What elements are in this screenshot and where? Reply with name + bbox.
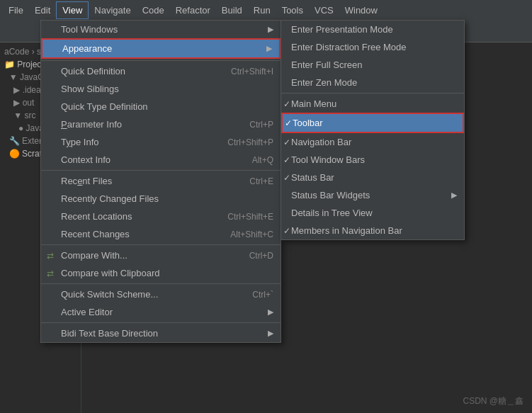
appearance-arrow: ▶ — [266, 44, 272, 53]
menu-vcs[interactable]: VCS — [309, 2, 339, 18]
recent-files-shortcut: Ctrl+E — [249, 176, 273, 186]
presentation-label: Enter Presentation Mode — [291, 24, 393, 35]
quick-switch-label: Quick Switch Scheme... — [61, 289, 158, 300]
separator-5 — [41, 322, 281, 323]
appearance-presentation[interactable]: Enter Presentation Mode — [281, 21, 464, 38]
zen-mode-label: Enter Zen Mode — [291, 77, 357, 88]
quick-type-def-label: Quick Type Definition — [61, 101, 148, 112]
view-compare-clipboard[interactable]: ⇄ Compare with Clipboard — [41, 264, 281, 282]
nav-bar-label: Navigation Bar — [291, 137, 351, 147]
type-info-shortcut: Ctrl+Shift+P — [227, 137, 273, 147]
tool-windows-label: Tool Windows — [61, 24, 118, 35]
main-menu-label: Main Menu — [291, 98, 336, 109]
appearance-status-bar-widgets[interactable]: Status Bar Widgets ▶ — [281, 186, 464, 204]
quick-switch-shortcut: Ctrl+` — [252, 290, 273, 300]
menu-file[interactable]: File — [3, 2, 29, 18]
separator-2 — [41, 170, 281, 171]
separator-1 — [41, 60, 281, 61]
menu-bar: File Edit View Navigate Code Refactor Bu… — [0, 0, 532, 20]
recent-changes-label: Recent Changes — [61, 229, 130, 239]
context-info-label: Context Info — [61, 154, 111, 165]
view-recent-files[interactable]: Recent Files Ctrl+E — [41, 172, 281, 190]
tool-window-bars-label: Tool Window Bars — [291, 154, 365, 165]
quick-def-shortcut: Ctrl+Shift+I — [231, 67, 273, 77]
compare-clipboard-icon: ⇄ — [47, 268, 54, 278]
active-editor-label: Active Editor — [61, 307, 113, 317]
recent-changes-shortcut: Alt+Shift+C — [230, 230, 273, 239]
appearance-main-menu[interactable]: Main Menu — [281, 95, 464, 113]
appearance-distraction-free[interactable]: Enter Distraction Free Mode — [281, 38, 464, 56]
menu-build[interactable]: Build — [216, 2, 248, 18]
appearance-label: Appearance — [62, 43, 112, 54]
param-info-shortcut: Ctrl+P — [249, 120, 273, 130]
compare-with-label: Compare With... — [61, 250, 128, 261]
separator-4 — [41, 283, 281, 284]
appearance-full-screen[interactable]: Enter Full Screen — [281, 56, 464, 74]
tool-windows-arrow: ▶ — [268, 25, 273, 34]
view-context-info[interactable]: Context Info Alt+Q — [41, 151, 281, 169]
compare-icon: ⇄ — [47, 251, 54, 261]
bidi-text-label: Bidi Text Base Direction — [61, 328, 158, 339]
view-bidi-text[interactable]: Bidi Text Base Direction ▶ — [41, 324, 281, 342]
menu-refactor[interactable]: Refactor — [170, 2, 216, 18]
details-tree-label: Details in Tree View — [291, 208, 373, 218]
view-quick-switch[interactable]: Quick Switch Scheme... Ctrl+` — [41, 285, 281, 303]
appearance-submenu: Enter Presentation Mode Enter Distractio… — [281, 20, 465, 240]
distraction-free-label: Enter Distraction Free Mode — [291, 42, 407, 52]
recently-changed-label: Recently Changed Files — [61, 193, 159, 204]
appearance-nav-bar[interactable]: Navigation Bar — [281, 133, 464, 151]
appearance-details-tree[interactable]: Details in Tree View — [281, 204, 464, 222]
context-info-shortcut: Alt+Q — [252, 155, 273, 165]
view-dropdown: Tool Windows ▶ Appearance ▶ Quick Defini… — [40, 20, 281, 343]
watermark: CSDN @糖＿鑫 — [463, 395, 523, 407]
view-param-info[interactable]: Parameter Info Ctrl+P — [41, 115, 281, 133]
status-bar-label: Status Bar — [291, 172, 334, 183]
view-recent-locations[interactable]: Recent Locations Ctrl+Shift+E — [41, 208, 281, 225]
appearance-status-bar[interactable]: Status Bar — [281, 169, 464, 186]
recent-files-label: Recent Files — [61, 176, 112, 186]
status-bar-widgets-label: Status Bar Widgets — [291, 190, 370, 200]
view-quick-def[interactable]: Quick Definition Ctrl+Shift+I — [41, 62, 281, 80]
recent-locations-label: Recent Locations — [61, 211, 132, 222]
appearance-members-nav[interactable]: Members in Navigation Bar — [281, 222, 464, 239]
quick-def-label: Quick Definition — [61, 66, 125, 77]
menu-window[interactable]: Window — [339, 2, 383, 18]
full-screen-label: Enter Full Screen — [291, 60, 362, 70]
compare-with-shortcut: Ctrl+D — [249, 251, 273, 261]
appearance-separator-1 — [281, 93, 464, 94]
appearance-tool-window-bars[interactable]: Tool Window Bars — [281, 151, 464, 169]
view-type-info[interactable]: Type Info Ctrl+Shift+P — [41, 133, 281, 151]
toolbar-label: Toolbar — [293, 118, 323, 128]
type-info-label: Type Info — [61, 137, 99, 147]
status-bar-widgets-arrow: ▶ — [451, 191, 457, 200]
appearance-zen-mode[interactable]: Enter Zen Mode — [281, 74, 464, 91]
view-compare-with[interactable]: ⇄ Compare With... Ctrl+D — [41, 247, 281, 264]
param-info-label: Parameter Info — [61, 119, 122, 130]
view-appearance[interactable]: Appearance ▶ — [41, 38, 281, 59]
view-recently-changed[interactable]: Recently Changed Files — [41, 190, 281, 208]
menu-edit[interactable]: Edit — [29, 2, 56, 18]
recent-locations-shortcut: Ctrl+Shift+E — [227, 212, 273, 222]
view-active-editor[interactable]: Active Editor ▶ — [41, 303, 281, 321]
view-recent-changes[interactable]: Recent Changes Alt+Shift+C — [41, 225, 281, 243]
active-editor-arrow: ▶ — [268, 307, 273, 317]
menu-code[interactable]: Code — [137, 2, 170, 18]
compare-clipboard-label: Compare with Clipboard — [61, 268, 159, 278]
menu-tools[interactable]: Tools — [276, 2, 309, 18]
menu-view[interactable]: View — [56, 1, 89, 19]
appearance-toolbar[interactable]: Toolbar — [281, 113, 464, 133]
view-quick-type-def[interactable]: Quick Type Definition — [41, 98, 281, 115]
show-siblings-label: Show Siblings — [61, 84, 119, 94]
bidi-text-arrow: ▶ — [268, 329, 273, 338]
members-nav-label: Members in Navigation Bar — [291, 225, 402, 236]
view-tool-windows[interactable]: Tool Windows ▶ — [41, 21, 281, 38]
menu-navigate[interactable]: Navigate — [89, 2, 136, 18]
menu-run[interactable]: Run — [248, 2, 276, 18]
separator-3 — [41, 244, 281, 245]
view-show-siblings[interactable]: Show Siblings — [41, 80, 281, 98]
